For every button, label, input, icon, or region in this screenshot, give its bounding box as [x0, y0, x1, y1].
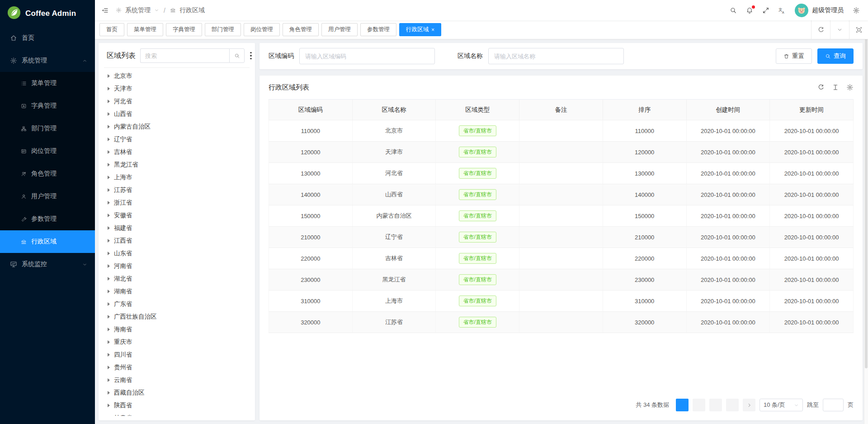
table-row[interactable]: 210000 辽宁省 省市/直辖市 210000 2020-10-01 00:0… [269, 227, 854, 248]
caret-right-icon[interactable] [108, 378, 110, 382]
table-row[interactable]: 110000 北京市 省市/直辖市 110000 2020-10-01 00:0… [269, 120, 854, 142]
tree-node[interactable]: 湖北省 [104, 272, 250, 285]
breadcrumb-section[interactable]: 系统管理 [125, 6, 151, 14]
column-header[interactable]: 排序 [603, 100, 686, 120]
caret-right-icon[interactable] [108, 340, 110, 344]
tree-node[interactable]: 内蒙古自治区 [104, 120, 250, 133]
collapse-menu-icon[interactable] [101, 7, 108, 14]
tree-node[interactable]: 陕西省 [104, 399, 250, 412]
caret-right-icon[interactable] [108, 100, 110, 103]
tree-node[interactable]: 天津市 [104, 82, 250, 95]
caret-right-icon[interactable] [108, 201, 110, 205]
tree-node[interactable]: 江西省 [104, 234, 250, 247]
tab-close-icon[interactable]: × [431, 27, 434, 33]
tree-node[interactable]: 广东省 [104, 298, 250, 310]
kebab-menu-icon[interactable] [249, 51, 253, 61]
tree-node[interactable]: 湖南省 [104, 285, 250, 298]
tree-node[interactable]: 河南省 [104, 260, 250, 272]
caret-right-icon[interactable] [108, 252, 110, 255]
tree-node[interactable]: 吉林省 [104, 146, 250, 158]
tree-node[interactable]: 江苏省 [104, 184, 250, 196]
caret-right-icon[interactable] [108, 239, 110, 243]
column-header[interactable]: 备注 [519, 100, 603, 120]
table-row[interactable]: 130000 河北省 省市/直辖市 130000 2020-10-01 00:0… [269, 163, 854, 184]
notification-bell-icon[interactable] [746, 7, 753, 14]
page-tab[interactable]: 岗位管理 [244, 23, 280, 36]
sidebar-item-menu-management[interactable]: 菜单管理 [0, 72, 95, 95]
tree-node[interactable]: 海南省 [104, 323, 250, 336]
sidebar-item-role-management[interactable]: 角色管理 [0, 162, 95, 185]
table-row[interactable]: 140000 山西省 省市/直辖市 140000 2020-10-01 00:0… [269, 184, 854, 205]
scrollbar-thumb[interactable] [865, 20, 868, 368]
reset-button[interactable]: 重置 [776, 48, 812, 64]
tree-node[interactable]: 山东省 [104, 247, 250, 260]
refresh-icon[interactable] [811, 20, 830, 39]
table-row[interactable]: 230000 黑龙江省 省市/直辖市 230000 2020-10-01 00:… [269, 269, 854, 291]
page-number-button[interactable] [726, 399, 739, 411]
sidebar-item-user-management[interactable]: 用户管理 [0, 185, 95, 208]
caret-right-icon[interactable] [108, 188, 110, 192]
sidebar-item-admin-region[interactable]: 行政区域 [0, 230, 95, 253]
sidebar-item-param-management[interactable]: 参数管理 [0, 208, 95, 230]
column-header[interactable]: 创建时间 [686, 100, 770, 120]
tree-node[interactable]: 四川省 [104, 348, 250, 361]
tree-node[interactable]: 河北省 [104, 95, 250, 108]
sidebar-item-system-monitor[interactable]: 系统监控 [0, 253, 95, 276]
column-header[interactable]: 区域名称 [352, 100, 436, 120]
tree-node[interactable]: 北京市 [104, 70, 250, 82]
caret-right-icon[interactable] [108, 214, 110, 217]
caret-right-icon[interactable] [108, 264, 110, 268]
page-size-select[interactable]: 10 条/页 [760, 399, 803, 411]
tree-node[interactable]: 甘肃省 [104, 412, 250, 416]
search-button[interactable]: 查询 [817, 48, 854, 64]
caret-right-icon[interactable] [108, 404, 110, 407]
app-logo[interactable]: Coffee Admin [0, 0, 95, 27]
next-page-button[interactable] [743, 399, 755, 411]
tree-search-input[interactable] [140, 48, 229, 63]
tree-node[interactable]: 重庆市 [104, 336, 250, 348]
tree-node[interactable]: 黑龙江省 [104, 158, 250, 171]
page-number-button[interactable] [709, 399, 722, 411]
sidebar-item-system-management[interactable]: 系统管理 [0, 49, 95, 72]
column-settings-gear-icon[interactable] [846, 84, 854, 91]
row-height-icon[interactable] [832, 84, 839, 91]
caret-right-icon[interactable] [108, 87, 110, 91]
caret-right-icon[interactable] [108, 150, 110, 154]
chevron-down-icon[interactable] [830, 20, 849, 39]
tree-node[interactable]: 浙江省 [104, 196, 250, 209]
page-tab[interactable]: 部门管理 [205, 23, 241, 36]
page-tab[interactable]: 字典管理 [166, 23, 202, 36]
jump-page-input[interactable] [823, 399, 844, 411]
sidebar-item-dept-management[interactable]: 部门管理 [0, 117, 95, 140]
page-number-button[interactable] [693, 399, 705, 411]
tree-node[interactable]: 贵州省 [104, 361, 250, 374]
tree-node[interactable]: 福建省 [104, 222, 250, 234]
caret-right-icon[interactable] [108, 112, 110, 116]
caret-right-icon[interactable] [108, 163, 110, 167]
column-header[interactable]: 区域编码 [269, 100, 353, 120]
maximize-icon[interactable] [849, 20, 868, 39]
tree-node[interactable]: 云南省 [104, 374, 250, 386]
caret-right-icon[interactable] [108, 315, 110, 319]
refresh-icon[interactable] [817, 84, 825, 91]
caret-right-icon[interactable] [108, 290, 110, 293]
user-menu[interactable]: 超级管理员 [795, 4, 844, 17]
translate-icon[interactable]: 文A [778, 7, 786, 14]
table-row[interactable]: 320000 江苏省 省市/直辖市 320000 2020-10-01 00:0… [269, 312, 854, 333]
region-name-input[interactable] [488, 48, 624, 64]
sidebar-item-home[interactable]: 首页 [0, 27, 95, 49]
page-number-button[interactable] [676, 399, 689, 411]
caret-right-icon[interactable] [108, 74, 110, 78]
caret-right-icon[interactable] [108, 391, 110, 395]
caret-right-icon[interactable] [108, 138, 110, 141]
tree-node[interactable]: 安徽省 [104, 209, 250, 222]
column-header[interactable]: 更新时间 [770, 100, 854, 120]
sidebar-item-dict-management[interactable]: 字典管理 [0, 95, 95, 117]
tree-node[interactable]: 上海市 [104, 171, 250, 184]
table-row[interactable]: 120000 天津市 省市/直辖市 120000 2020-10-01 00:0… [269, 142, 854, 163]
tree-node[interactable]: 西藏自治区 [104, 386, 250, 399]
table-row[interactable]: 310000 上海市 省市/直辖市 310000 2020-10-01 00:0… [269, 291, 854, 312]
caret-right-icon[interactable] [108, 125, 110, 129]
page-tab[interactable]: 首页 [99, 23, 124, 36]
table-row[interactable]: 220000 吉林省 省市/直辖市 220000 2020-10-01 00:0… [269, 248, 854, 269]
